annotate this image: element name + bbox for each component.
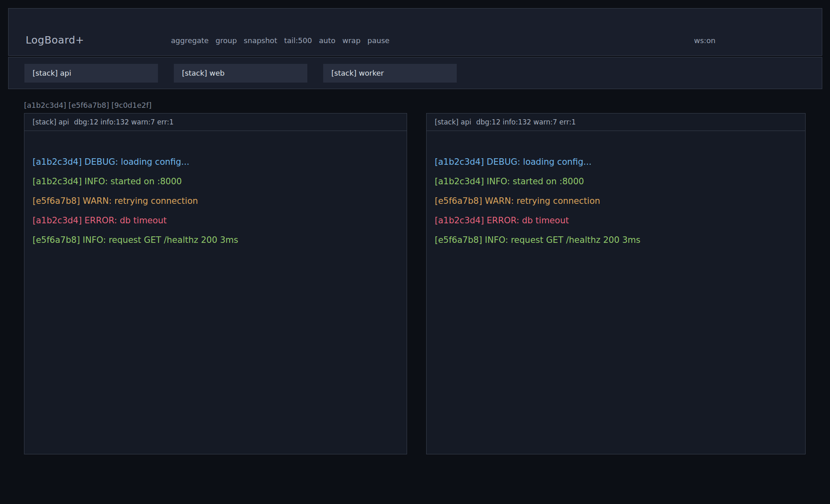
stack-toolbar: [stack] api [stack] web [stack] worker [8, 57, 822, 89]
log-line: [a1b2c3d4] ERROR: db timeout [435, 211, 797, 230]
log-panel-header: [stack] apidbg:12 info:132 warn:7 err:1 [427, 113, 805, 131]
log-line: [e5f6a7b8] WARN: retrying connection [33, 191, 399, 211]
menu-item-tail[interactable]: tail:500 [284, 36, 312, 45]
menu-item-pause[interactable]: pause [368, 36, 390, 45]
log-panel-right: [stack] apidbg:12 info:132 warn:7 err:1 … [426, 113, 806, 454]
logboard-app: LogBoard+ aggregate group snapshot tail:… [0, 0, 830, 504]
trace-id-list: [a1b2c3d4] [e5f6a7b8] [9c0d1e2f] [24, 100, 151, 110]
log-panel-left: [stack] apidbg:12 info:132 warn:7 err:1 … [24, 113, 407, 454]
panel-stack-title: [stack] api [33, 118, 69, 126]
menu-item-aggregate[interactable]: aggregate [171, 36, 209, 45]
log-scroll-area[interactable]: [a1b2c3d4] DEBUG: loading config... [a1b… [24, 131, 407, 454]
panel-stack-title: [stack] api [435, 118, 471, 126]
websocket-status: ws:on [694, 36, 716, 45]
header-menu: aggregate group snapshot tail:500 auto w… [171, 36, 390, 45]
menu-item-auto[interactable]: auto [319, 36, 335, 45]
log-line: [a1b2c3d4] DEBUG: loading config... [33, 152, 399, 172]
menu-item-snapshot[interactable]: snapshot [244, 36, 277, 45]
log-line: [e5f6a7b8] INFO: request GET /healthz 20… [33, 230, 399, 250]
stack-button-web[interactable]: [stack] web [174, 64, 307, 83]
log-line: [a1b2c3d4] INFO: started on :8000 [435, 172, 797, 191]
header-bar: LogBoard+ aggregate group snapshot tail:… [8, 8, 822, 56]
log-line: [e5f6a7b8] INFO: request GET /healthz 20… [435, 230, 797, 250]
menu-item-wrap[interactable]: wrap [342, 36, 361, 45]
app-title: LogBoard+ [26, 35, 84, 46]
panel-level-counts: dbg:12 info:132 warn:7 err:1 [476, 118, 576, 126]
log-line: [e5f6a7b8] WARN: retrying connection [435, 191, 797, 211]
log-panel-header: [stack] apidbg:12 info:132 warn:7 err:1 [24, 113, 407, 131]
log-scroll-area[interactable]: [a1b2c3d4] DEBUG: loading config... [a1b… [427, 131, 805, 454]
stack-button-api[interactable]: [stack] api [24, 64, 158, 83]
log-line: [a1b2c3d4] ERROR: db timeout [33, 211, 399, 230]
log-line: [a1b2c3d4] INFO: started on :8000 [33, 172, 399, 191]
panel-level-counts: dbg:12 info:132 warn:7 err:1 [74, 118, 174, 126]
stack-button-worker[interactable]: [stack] worker [323, 64, 457, 83]
menu-item-group[interactable]: group [216, 36, 237, 45]
log-line: [a1b2c3d4] DEBUG: loading config... [435, 152, 797, 172]
